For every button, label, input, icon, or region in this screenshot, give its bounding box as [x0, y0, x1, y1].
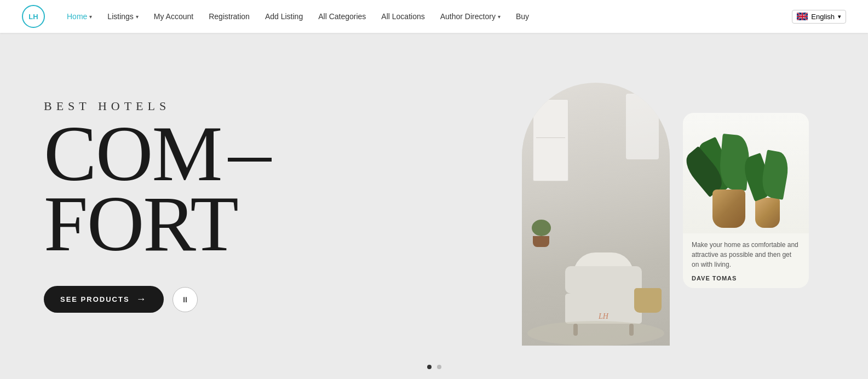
plant-card: Make your home as comfortable and attrac… — [683, 113, 809, 288]
side-card-block: Make your home as comfortable and attrac… — [683, 113, 809, 288]
carousel-dots — [427, 365, 441, 369]
nav-item-my-account[interactable]: My Account — [154, 12, 193, 21]
plant-scene — [683, 113, 809, 233]
nav-item-registration[interactable]: Registration — [209, 12, 250, 21]
nav-item-home[interactable]: Home ▾ — [67, 12, 92, 21]
svg-rect-8 — [802, 13, 803, 20]
arrow-icon: → — [136, 294, 147, 305]
nav-label-buy: Buy — [516, 12, 529, 21]
card-quote: Make your home as comfortable and attrac… — [692, 240, 800, 269]
armchair-element: LH — [565, 252, 642, 324]
flag-icon — [797, 13, 808, 20]
hero-buttons: SEE PRODUCTS → ⏸ — [44, 286, 272, 313]
hero-text-block: BEST HOTELS COM FORT SEE PRODUCTS → ⏸ — [44, 99, 272, 313]
main-nav: Home ▾ Listings ▾ My Account Registratio… — [67, 12, 792, 21]
rug-element — [527, 321, 664, 346]
large-vase — [710, 129, 748, 228]
nav-label-home: Home — [67, 12, 87, 21]
site-header: LH Home ▾ Listings ▾ My Account Registra… — [0, 0, 868, 33]
nav-label-author-directory: Author Directory — [440, 12, 496, 21]
chevron-down-icon: ▾ — [89, 14, 92, 20]
see-products-label: SEE PRODUCTS — [60, 295, 130, 303]
nav-item-buy[interactable]: Buy — [516, 12, 529, 21]
nav-label-my-account: My Account — [154, 12, 193, 21]
pause-icon: ⏸ — [181, 295, 189, 304]
nav-label-all-locations: All Locations — [381, 12, 424, 21]
see-products-button[interactable]: SEE PRODUCTS → — [44, 286, 164, 313]
dot-1[interactable] — [427, 365, 432, 369]
basket-element — [634, 288, 662, 313]
nav-item-listings[interactable]: Listings ▾ — [107, 12, 138, 21]
hero-heading: COM FORT — [44, 119, 272, 259]
hero-section: BEST HOTELS COM FORT SEE PRODUCTS → ⏸ — [0, 33, 868, 379]
hero-images-block: LH — [485, 33, 868, 379]
dot-2[interactable] — [437, 365, 441, 369]
nav-label-registration: Registration — [209, 12, 250, 21]
nav-item-all-locations[interactable]: All Locations — [381, 12, 424, 21]
chevron-down-icon: ▾ — [498, 14, 501, 20]
site-logo[interactable]: LH — [22, 5, 45, 28]
nav-item-all-categories[interactable]: All Categories — [318, 12, 366, 21]
nav-label-all-categories: All Categories — [318, 12, 366, 21]
dash-decoration — [228, 158, 272, 162]
nav-label-add-listing: Add Listing — [265, 12, 303, 21]
card-text-block: Make your home as comfortable and attrac… — [683, 233, 809, 288]
nav-label-listings: Listings — [107, 12, 133, 21]
card-author: DAVE TOMAS — [692, 275, 800, 282]
nav-item-author-directory[interactable]: Author Directory ▾ — [440, 12, 501, 21]
cabinet-element — [533, 99, 568, 181]
window-light — [626, 94, 659, 159]
room-image: LH — [522, 83, 670, 346]
language-label: English — [811, 13, 835, 21]
chevron-down-icon: ▾ — [136, 14, 139, 20]
small-vase — [752, 148, 783, 228]
pause-button[interactable]: ⏸ — [173, 287, 198, 312]
language-selector[interactable]: English ▾ — [792, 10, 846, 24]
plant-element — [530, 220, 552, 247]
logo-text: LH — [28, 13, 38, 21]
nav-item-add-listing[interactable]: Add Listing — [265, 12, 303, 21]
chevron-down-icon: ▾ — [838, 13, 841, 20]
monogram: LH — [599, 312, 608, 321]
